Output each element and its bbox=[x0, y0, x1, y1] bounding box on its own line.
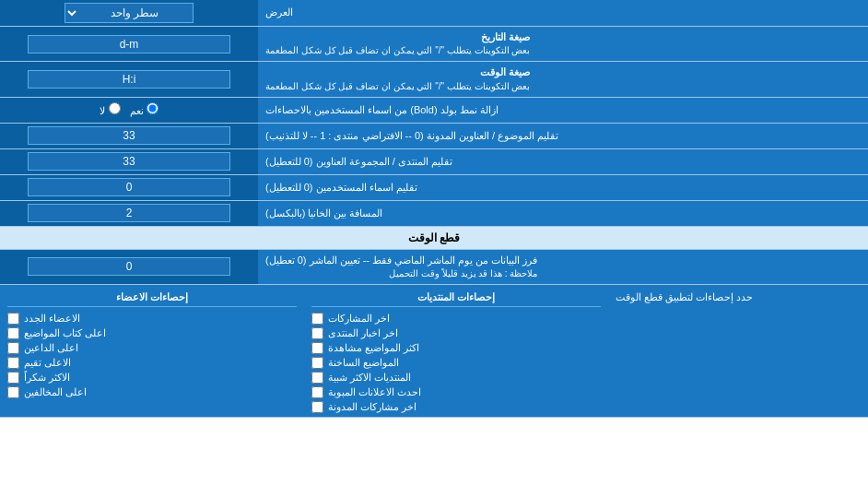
realtime-section-header: قطع الوقت bbox=[0, 227, 868, 250]
users-trim-input[interactable] bbox=[28, 178, 230, 196]
stats-member-check-1[interactable] bbox=[7, 313, 19, 325]
display-select[interactable]: سطر واحد سطران ثلاثة أسطر bbox=[65, 3, 194, 23]
date-format-input-cell: d-m bbox=[0, 27, 258, 61]
realtime-input[interactable] bbox=[28, 257, 230, 276]
stats-col-forums: إحصاءات المنتديات اخر المشاركات اخر اخبا… bbox=[304, 285, 608, 417]
users-trim-label: تقليم اسماء المستخدمين (0 للتعطيل) bbox=[258, 175, 868, 200]
time-format-row: صيغة الوقت بعض التكوينات يتطلب "/" التي … bbox=[0, 62, 868, 97]
topic-trim-input-cell bbox=[0, 124, 258, 148]
bold-remove-input-cell: نعم لا bbox=[0, 98, 258, 123]
stats-col1-header: إحصاءات المنتديات bbox=[311, 289, 601, 307]
stats-check-2[interactable] bbox=[311, 327, 323, 339]
spacing-input-cell bbox=[0, 201, 258, 226]
time-format-label: صيغة الوقت بعض التكوينات يتطلب "/" التي … bbox=[258, 62, 868, 96]
stats-item-7: اخر مشاركات المدونة bbox=[311, 401, 601, 413]
stats-member-check-3[interactable] bbox=[7, 342, 19, 354]
stats-member-1: الاعضاء الجدد bbox=[7, 313, 297, 325]
time-format-input[interactable]: H:i bbox=[28, 70, 230, 89]
stats-member-3: اعلى الداعين bbox=[7, 342, 297, 354]
spacing-row: المسافة بين الخانيا (بالبكسل) bbox=[0, 201, 868, 227]
stats-member-5: الاكثر شكراً bbox=[7, 372, 297, 384]
stats-col-members: إحصاءات الاعضاء الاعضاء الجدد اعلى كتاب … bbox=[0, 285, 304, 417]
stats-main-label: حدد إحصاءات لتطبيق قطع الوقت bbox=[608, 285, 868, 417]
realtime-label: فرز البيانات من يوم الماشر الماضي فقط --… bbox=[258, 250, 868, 284]
spacing-label: المسافة بين الخانيا (بالبكسل) bbox=[258, 201, 868, 226]
spacing-input[interactable] bbox=[28, 204, 230, 222]
forum-trim-input-cell bbox=[0, 149, 258, 174]
stats-item-1: اخر المشاركات bbox=[311, 313, 601, 325]
stats-member-2: اعلى كتاب المواضيع bbox=[7, 327, 297, 339]
stats-item-4: المواضيع الساخنة bbox=[311, 357, 601, 369]
date-format-label: صيغة التاريخ بعض التكوينات يتطلب "/" الت… bbox=[258, 27, 868, 61]
stats-member-check-6[interactable] bbox=[7, 386, 19, 398]
stats-check-3[interactable] bbox=[311, 342, 323, 354]
stats-check-5[interactable] bbox=[311, 372, 323, 384]
display-row: العرض سطر واحد سطران ثلاثة أسطر bbox=[0, 0, 868, 27]
bold-remove-label: ازالة نمط بولد (Bold) من اسماء المستخدمي… bbox=[258, 98, 868, 123]
display-input-cell: سطر واحد سطران ثلاثة أسطر bbox=[0, 0, 258, 26]
stats-col2-header: إحصاءات الاعضاء bbox=[7, 289, 297, 307]
date-format-input[interactable]: d-m bbox=[28, 35, 230, 53]
users-trim-input-cell bbox=[0, 175, 258, 200]
realtime-input-cell bbox=[0, 250, 258, 284]
bold-remove-row: ازالة نمط بولد (Bold) من اسماء المستخدمي… bbox=[0, 98, 868, 124]
stats-check-1[interactable] bbox=[311, 313, 323, 325]
display-label: العرض bbox=[258, 0, 868, 26]
topic-trim-label: تقليم الموضوع / العناوين المدونة (0 -- ا… bbox=[258, 124, 868, 148]
stats-item-3: اكثر المواضيع مشاهدة bbox=[311, 342, 601, 354]
stats-check-6[interactable] bbox=[311, 386, 323, 398]
stats-member-check-2[interactable] bbox=[7, 327, 19, 339]
topic-trim-row: تقليم الموضوع / العناوين المدونة (0 -- ا… bbox=[0, 124, 868, 149]
stats-check-7[interactable] bbox=[311, 401, 323, 413]
stats-check-4[interactable] bbox=[311, 357, 323, 369]
topic-trim-input[interactable] bbox=[28, 126, 230, 145]
stats-member-4: الاعلى تقيم bbox=[7, 357, 297, 369]
date-format-row: صيغة التاريخ بعض التكوينات يتطلب "/" الت… bbox=[0, 27, 868, 62]
time-format-input-cell: H:i bbox=[0, 62, 258, 96]
bold-yes-radio[interactable] bbox=[147, 102, 158, 114]
bold-yes-label: نعم bbox=[130, 102, 158, 117]
forum-trim-row: تقليم المنتدى / المجموعة العناوين (0 للت… bbox=[0, 149, 868, 175]
stats-member-check-4[interactable] bbox=[7, 357, 19, 369]
forum-trim-input[interactable] bbox=[28, 152, 230, 171]
stats-item-5: المنتديات الاكثر شبية bbox=[311, 372, 601, 384]
users-trim-row: تقليم اسماء المستخدمين (0 للتعطيل) bbox=[0, 175, 868, 201]
realtime-row: فرز البيانات من يوم الماشر الماضي فقط --… bbox=[0, 250, 868, 285]
bold-no-radio[interactable] bbox=[109, 102, 121, 114]
stats-member-6: اعلى المخالفين bbox=[7, 386, 297, 398]
stats-container: حدد إحصاءات لتطبيق قطع الوقت إحصاءات الم… bbox=[0, 285, 868, 418]
forum-trim-label: تقليم المنتدى / المجموعة العناوين (0 للت… bbox=[258, 149, 868, 174]
stats-item-2: اخر اخبار المنتدى bbox=[311, 327, 601, 339]
stats-columns: إحصاءات المنتديات اخر المشاركات اخر اخبا… bbox=[0, 285, 608, 417]
stats-item-6: احدث الاعلانات المبوبة bbox=[311, 386, 601, 398]
stats-member-check-5[interactable] bbox=[7, 372, 19, 384]
bold-no-label: لا bbox=[100, 102, 120, 117]
